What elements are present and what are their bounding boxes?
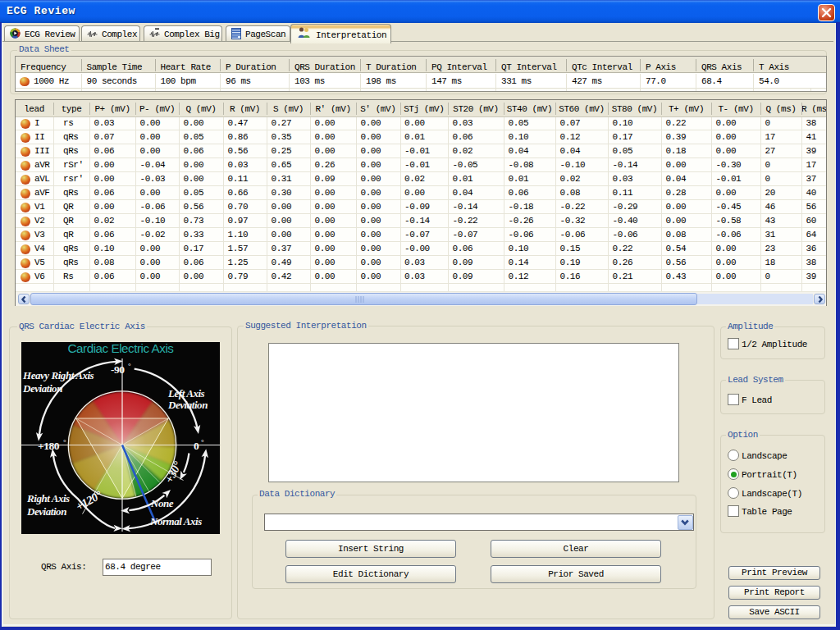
svg-text:Heavy Right Axis: Heavy Right Axis [22, 369, 94, 381]
svg-text:None: None [150, 497, 174, 509]
svg-text:Deviation: Deviation [26, 505, 66, 518]
svg-text:-90: -90 [111, 363, 125, 376]
svg-text:Deviation: Deviation [167, 399, 208, 411]
svg-text:Right Axis: Right Axis [26, 492, 70, 504]
svg-text:Normal Axis: Normal Axis [149, 515, 202, 527]
svg-text:Left Axis: Left Axis [167, 387, 205, 399]
svg-text:Deviation: Deviation [22, 382, 62, 395]
svg-text:Cardiac Electric Axis: Cardiac Electric Axis [68, 342, 175, 355]
svg-text:0: 0 [194, 440, 199, 452]
svg-text:+180: +180 [38, 440, 60, 452]
